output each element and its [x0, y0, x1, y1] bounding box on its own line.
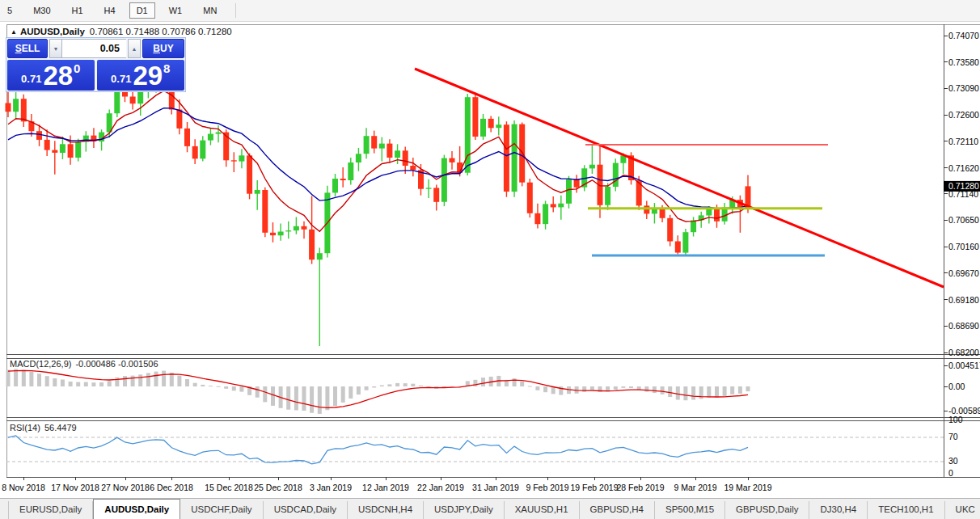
mt4-window: 5M30H1H4D1W1MN 0.740700.735800.730900.72… — [0, 0, 980, 519]
svg-text:0.71280: 0.71280 — [948, 181, 979, 191]
rsi-value: 56.4479 — [44, 423, 77, 432]
svg-text:0.70650: 0.70650 — [948, 215, 979, 225]
chart-symbol-label: AUDUSD,Daily — [20, 27, 85, 36]
macd-axis-labels: 0.0045170.00-0.005899 — [944, 361, 980, 416]
chart-tab-dj30[interactable]: DJ30,H4 — [809, 501, 868, 519]
spin-up-icon: ▲ — [132, 46, 137, 52]
spin-down-icon: ▼ — [53, 46, 59, 52]
svg-text:0.69670: 0.69670 — [948, 268, 979, 278]
timeframe-button-h4[interactable]: H4 — [97, 2, 123, 19]
buy-price-superscript: 8 — [163, 61, 170, 75]
svg-text:19 Feb 2019: 19 Feb 2019 — [571, 483, 619, 492]
macd-name: MACD(12,26,9) — [10, 359, 71, 369]
macd-histogram — [6, 369, 750, 414]
svg-text:100: 100 — [948, 415, 963, 424]
chart-tab-audusd[interactable]: AUDUSD,Daily — [93, 499, 180, 519]
current-price-marker: 0.71280 — [944, 181, 980, 192]
buy-price-big: 29 — [133, 64, 163, 88]
chart-tab-ukc[interactable]: UKC — [945, 501, 980, 519]
toolbar-separator — [235, 3, 236, 18]
one-click-trading-panel: SELL ▼ 0.05 ▲ BUY 0.71280 0.71298 — [6, 37, 186, 92]
chart-tab-bar: EURUSD,DailyAUDUSD,DailyUSDCHF,DailyUSDC… — [0, 498, 980, 519]
sell-price-big: 28 — [43, 64, 73, 88]
svg-text:70: 70 — [948, 432, 958, 441]
svg-text:12 Jan 2019: 12 Jan 2019 — [362, 483, 409, 492]
chart-tab-xauusd[interactable]: XAUUSD,H1 — [505, 501, 580, 519]
svg-text:30: 30 — [948, 456, 958, 466]
svg-text:8 Nov 2018: 8 Nov 2018 — [2, 483, 45, 492]
sell-price-prefix: 0.71 — [21, 73, 41, 85]
svg-text:0.71620: 0.71620 — [948, 163, 979, 173]
timeframe-button-5[interactable]: 5 — [0, 2, 19, 19]
chart-tab-gbpusd[interactable]: GBPUSD,Daily — [725, 501, 809, 519]
timeframe-button-h1[interactable]: H1 — [65, 2, 91, 19]
svg-text:0.68690: 0.68690 — [948, 321, 979, 331]
chart-tab-eurusd[interactable]: EURUSD,Daily — [8, 501, 93, 519]
svg-text:0: 0 — [948, 468, 953, 478]
buy-button[interactable]: BUY — [142, 39, 184, 58]
timeframe-button-d1[interactable]: D1 — [129, 2, 155, 19]
chart-tab-usdcad[interactable]: USDCAD,Daily — [264, 501, 348, 519]
svg-text:9 Mar 2019: 9 Mar 2019 — [674, 483, 716, 492]
date-axis-labels[interactable]: 8 Nov 201817 Nov 201827 Nov 20186 Dec 20… — [2, 477, 771, 492]
svg-text:0.73090: 0.73090 — [948, 83, 979, 93]
svg-text:0.72600: 0.72600 — [948, 110, 979, 120]
svg-text:0.72110: 0.72110 — [948, 137, 978, 146]
svg-text:0.70160: 0.70160 — [948, 242, 979, 251]
macd-indicator-label: MACD(12,26,9)-0.000486 -0.001506 — [10, 359, 158, 369]
timeframe-toolbar: 5M30H1H4D1W1MN — [0, 0, 980, 22]
svg-text:31 Jan 2019: 31 Jan 2019 — [472, 483, 519, 492]
volume-input[interactable]: 0.05 — [62, 39, 126, 58]
chart-title: ▲AUDUSD,Daily0.70861 0.71488 0.70786 0.7… — [11, 27, 232, 36]
svg-text:0.00: 0.00 — [948, 382, 965, 391]
chart-tab-usdcnh[interactable]: USDCNH,H4 — [348, 501, 424, 519]
svg-text:0.74070: 0.74070 — [948, 31, 979, 40]
svg-text:25 Dec 2018: 25 Dec 2018 — [254, 483, 302, 492]
svg-text:0.68200: 0.68200 — [948, 348, 979, 357]
rsi-line — [8, 436, 748, 464]
timeframe-button-mn[interactable]: MN — [196, 2, 224, 19]
chart-tab-tech100[interactable]: TECH100,H1 — [868, 501, 944, 519]
buy-price-display[interactable]: 0.71298 — [97, 60, 185, 91]
volume-decrease-button[interactable]: ▼ — [49, 39, 62, 58]
svg-text:0.004517: 0.004517 — [948, 361, 980, 370]
svg-text:0.69180: 0.69180 — [948, 295, 979, 305]
volume-increase-button[interactable]: ▲ — [128, 39, 141, 58]
chart-tab-gbpusd[interactable]: GBPUSD,H4 — [580, 501, 655, 519]
chart-tab-usdjpy[interactable]: USDJPY,Daily — [424, 501, 505, 519]
svg-text:22 Jan 2019: 22 Jan 2019 — [417, 483, 464, 492]
sell-button[interactable]: SELL — [7, 39, 48, 58]
chart-tab-sp500[interactable]: SP500,M15 — [655, 501, 725, 519]
svg-text:19 Mar 2019: 19 Mar 2019 — [724, 483, 772, 492]
svg-text:3 Jan 2019: 3 Jan 2019 — [310, 483, 352, 492]
rsi-axis-labels: 10070300 — [948, 415, 963, 478]
chart-ohlc-values: 0.70861 0.71488 0.70786 0.71280 — [90, 27, 232, 36]
macd-values: -0.000486 -0.001506 — [75, 359, 158, 369]
buy-button-label: BUY — [153, 43, 173, 54]
svg-text:28 Feb 2019: 28 Feb 2019 — [617, 483, 665, 492]
sell-price-superscript: 0 — [74, 61, 80, 75]
svg-text:27 Nov 2018: 27 Nov 2018 — [101, 483, 150, 492]
buy-price-prefix: 0.71 — [111, 73, 131, 85]
chart-tab-usdchf[interactable]: USDCHF,Daily — [180, 501, 263, 519]
rsi-indicator-label: RSI(14)56.4479 — [10, 423, 77, 432]
timeframe-button-m30[interactable]: M30 — [26, 2, 57, 19]
svg-text:0.73580: 0.73580 — [948, 57, 979, 67]
svg-text:9 Feb 2019: 9 Feb 2019 — [526, 483, 568, 492]
sell-button-label: SELL — [15, 43, 40, 54]
svg-text:17 Nov 2018: 17 Nov 2018 — [51, 483, 99, 492]
price-axis-labels[interactable]: 0.740700.735800.730900.726000.721100.716… — [944, 31, 979, 357]
timeframe-button-w1[interactable]: W1 — [162, 2, 190, 19]
svg-text:6 Dec 2018: 6 Dec 2018 — [150, 483, 193, 492]
sell-price-display[interactable]: 0.71280 — [7, 60, 95, 91]
panel-frames — [6, 24, 980, 477]
symbol-triangle-icon: ▲ — [11, 28, 17, 36]
svg-text:15 Dec 2018: 15 Dec 2018 — [205, 483, 253, 492]
rsi-name: RSI(14) — [10, 423, 40, 432]
